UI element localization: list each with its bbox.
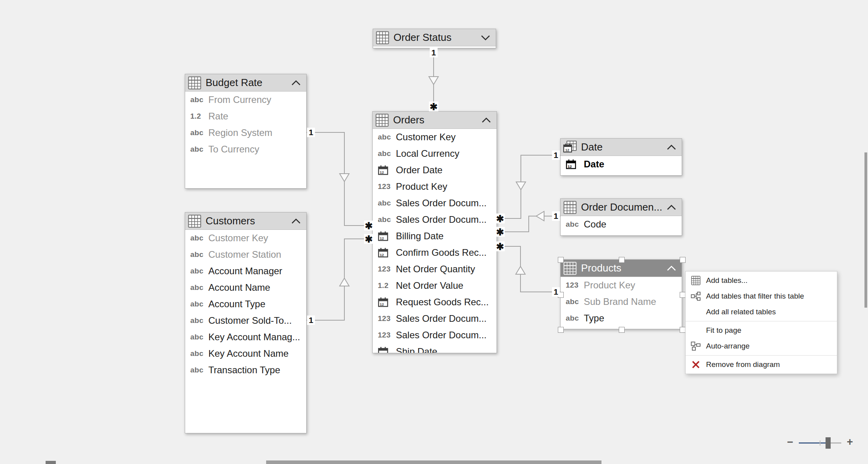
field-row[interactable]: abcKey Account Name — [185, 345, 306, 362]
field-row[interactable]: abcCode — [561, 216, 682, 233]
field-name: Sales Order Docum... — [396, 313, 487, 324]
menu-divider — [686, 321, 837, 321]
field-row[interactable]: abcFrom Currency — [185, 92, 306, 108]
field-row[interactable]: 123Sales Order Docum... — [373, 327, 497, 343]
zoom-out-button[interactable]: − — [787, 436, 793, 448]
menu-item-add-all-related-tables[interactable]: Add all related tables — [686, 304, 837, 320]
menu-item-label: Auto-arrange — [706, 342, 750, 350]
field-row[interactable]: abcLocal Currency — [373, 145, 497, 162]
field-row[interactable]: 12 Ship Date — [373, 343, 497, 353]
chevron-up-icon[interactable] — [291, 80, 301, 86]
model-diagram-canvas[interactable]: Order Status Budget Rate abcFrom Currenc… — [0, 0, 868, 464]
menu-divider — [686, 355, 837, 356]
table-header-order-documents[interactable]: Order Documen... — [561, 199, 682, 216]
table-products[interactable]: Products 123Product KeyabcSub Brand Name… — [560, 259, 682, 329]
vertical-scrollbar-thumb[interactable] — [864, 152, 867, 308]
field-row[interactable]: 12 Date — [561, 156, 682, 172]
field-name: Account Manager — [208, 266, 282, 277]
cardinality-one-label: 1 — [552, 211, 560, 221]
field-row[interactable]: abcType — [561, 310, 682, 326]
field-row[interactable]: abcAccount Type — [185, 296, 306, 312]
datatype-text-glyph: abc — [566, 297, 584, 306]
field-name: Account Type — [208, 299, 265, 310]
chevron-down-icon[interactable] — [481, 35, 490, 40]
table-header-customers[interactable]: Customers — [185, 213, 306, 230]
field-row[interactable]: abcCustomer Key — [185, 230, 306, 246]
field-name: Request Goods Rec... — [396, 297, 489, 308]
table-order-status[interactable]: Order Status — [373, 29, 496, 48]
chevron-up-icon[interactable] — [667, 145, 676, 150]
field-row[interactable]: abcCustomer Sold-To... — [185, 312, 306, 329]
datatype-whole-glyph: 123 — [566, 281, 584, 290]
chevron-up-icon[interactable] — [667, 205, 676, 210]
selection-handle[interactable] — [558, 257, 564, 263]
field-row[interactable]: abcSales Order Docum... — [373, 195, 497, 211]
datatype-text-glyph: abc — [378, 133, 396, 141]
table-header-date[interactable]: 12 Date — [561, 139, 682, 156]
field-row[interactable]: abcKey Account Manag... — [185, 329, 306, 345]
selection-handle[interactable] — [619, 257, 625, 263]
field-row[interactable]: 123Sales Order Docum... — [373, 310, 497, 327]
field-row[interactable]: 1.2Rate — [185, 108, 306, 125]
field-row[interactable]: 123Product Key — [373, 178, 497, 195]
datatype-text-glyph: abc — [378, 199, 396, 207]
chevron-up-icon[interactable] — [667, 266, 676, 271]
selection-handle[interactable] — [558, 327, 564, 333]
table-orders[interactable]: Orders abcCustomer KeyabcLocal Currency … — [372, 111, 497, 353]
field-row[interactable]: abcAccount Manager — [185, 263, 306, 279]
menu-item-auto-arrange[interactable]: Auto-arrange — [686, 338, 837, 354]
zoom-slider-handle[interactable] — [826, 437, 831, 449]
chevron-up-icon[interactable] — [291, 218, 301, 224]
field-row[interactable]: abcCustomer Key — [373, 129, 497, 145]
zoom-in-button[interactable]: + — [847, 436, 853, 448]
field-row[interactable]: 12 Billing Date — [373, 228, 497, 244]
selection-handle[interactable] — [619, 327, 625, 333]
selection-handle[interactable] — [680, 292, 686, 298]
table-date[interactable]: 12 Date 12 Date — [560, 138, 682, 176]
table-budget-rate[interactable]: Budget Rate abcFrom Currency1.2RateabcRe… — [185, 74, 307, 189]
field-row[interactable]: abcSales Order Docum... — [373, 211, 497, 228]
table-header-orders[interactable]: Orders — [373, 112, 497, 129]
field-name: Billing Date — [396, 231, 443, 242]
datatype-text-glyph: abc — [190, 250, 208, 259]
datatype-text-glyph: abc — [190, 95, 208, 104]
field-row[interactable]: 12 Confirm Goods Rec... — [373, 244, 497, 261]
datatype-text-glyph: abc — [190, 128, 208, 137]
table-customers[interactable]: Customers abcCustomer KeyabcCustomer Sta… — [185, 212, 307, 433]
selection-handle[interactable] — [680, 327, 686, 333]
field-row[interactable]: 12 Order Date — [373, 162, 497, 178]
field-row[interactable]: 123Product Key — [561, 277, 682, 293]
menu-item-fit-to-page[interactable]: Fit to page — [686, 323, 837, 338]
menu-item-add-tables[interactable]: Add tables... — [686, 273, 837, 288]
field-row[interactable]: abcTransaction Type — [185, 362, 306, 378]
field-row[interactable]: abcCustomer Station — [185, 246, 306, 263]
field-row[interactable]: 1.2Net Order Value — [373, 277, 497, 294]
zoom-slider-track[interactable] — [799, 442, 828, 444]
menu-item-remove-from-diagram[interactable]: Remove from diagram — [686, 357, 837, 372]
selection-handle[interactable] — [680, 257, 686, 263]
table-header-budget-rate[interactable]: Budget Rate — [185, 74, 306, 92]
horizontal-scrollbar-thumb[interactable] — [266, 460, 601, 464]
table-field-list: abcFrom Currency1.2RateabcRegion Systema… — [185, 92, 306, 188]
calendar-icon: 12 — [378, 248, 396, 258]
cardinality-one-label: 1 — [307, 128, 315, 137]
table-field-list: 123Product KeyabcSub Brand NameabcType — [561, 277, 682, 329]
field-row[interactable]: abcSub Brand Name — [561, 293, 682, 310]
menu-item-add-tables-that-filter-this-table[interactable]: Add tables that filter this table — [686, 288, 837, 304]
field-name: Key Account Manag... — [208, 332, 300, 343]
table-order-documents[interactable]: Order Documen... abcCode — [560, 198, 682, 236]
table-icon — [563, 261, 577, 275]
datatype-text-glyph: abc — [190, 316, 208, 325]
datatype-whole-glyph: 123 — [378, 314, 396, 323]
field-row[interactable]: abcAccount Name — [185, 279, 306, 296]
chevron-up-icon[interactable] — [482, 117, 491, 123]
table-header-order-status[interactable]: Order Status — [373, 29, 496, 46]
table-icon — [375, 113, 389, 127]
datatype-text-glyph: abc — [566, 314, 584, 323]
field-row[interactable]: 12 Request Goods Rec... — [373, 294, 497, 310]
field-row[interactable]: abcTo Currency — [185, 141, 306, 158]
cardinality-many-label: ✱ — [429, 102, 438, 112]
field-row[interactable]: 123Net Order Quantity — [373, 261, 497, 277]
datatype-whole-glyph: 123 — [378, 331, 396, 339]
field-row[interactable]: abcRegion System — [185, 125, 306, 141]
